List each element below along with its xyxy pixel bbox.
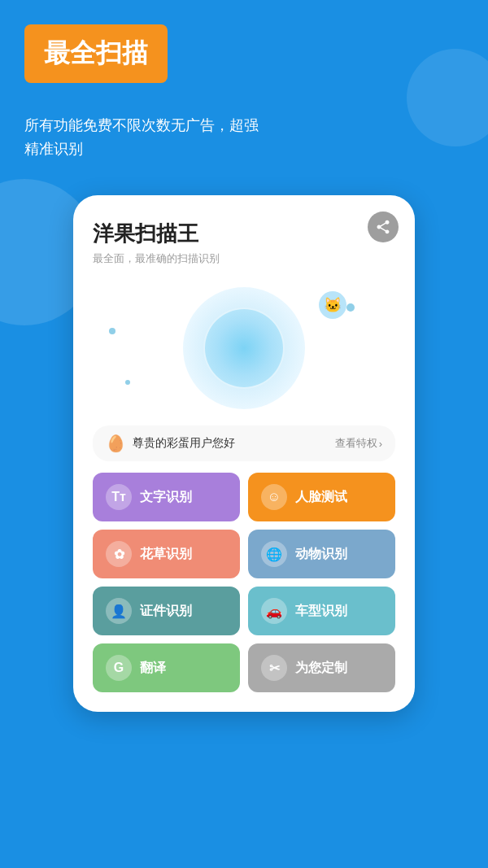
feature-btn-6[interactable]: G翻译 [93,643,240,692]
feature-btn-3[interactable]: 🌐动物识别 [248,530,395,578]
share-button[interactable] [368,212,399,242]
feature-btn-4[interactable]: 👤证件识别 [93,587,240,635]
subtitle-area: 所有功能免费不限次数无广告，超强 精准识别 [24,114,259,161]
app-title: 洋果扫描王 [93,220,395,248]
subtitle-line1: 所有功能免费不限次数无广告，超强 [24,114,259,137]
view-privilege-btn[interactable]: 查看特权 › [335,436,382,451]
subtitle-line2: 精准识别 [24,137,259,161]
welcome-left: 🥚 尊贵的彩蛋用户您好 [106,434,235,453]
cat-icon: 🐱 [319,291,346,319]
feature-icon-5: 🚗 [261,598,287,624]
welcome-text: 尊贵的彩蛋用户您好 [133,436,235,451]
feature-btn-1[interactable]: ☺人脸测试 [248,473,395,521]
egg-icon: 🥚 [106,434,126,453]
radar-inner [203,308,285,389]
feature-btn-2[interactable]: ✿花草识别 [93,530,240,578]
feature-label-3: 动物识别 [295,546,347,563]
feature-icon-7: ✂ [261,655,287,681]
orange-banner: 最全扫描 [24,24,168,83]
feature-icon-0: Tт [106,484,132,510]
feature-icon-3: 🌐 [261,541,287,567]
feature-label-5: 车型识别 [295,603,347,620]
radar-dot-3 [109,328,115,334]
radar-dot-2 [125,380,130,385]
feature-icon-4: 👤 [106,598,132,624]
feature-label-0: 文字识别 [140,489,192,506]
phone-mockup: 洋果扫描王 最全面，最准确的扫描识别 🐱 🥚 尊贵的彩蛋用户您好 查看特权 › … [73,195,415,712]
welcome-bar: 🥚 尊贵的彩蛋用户您好 查看特权 › [93,425,395,461]
feature-btn-7[interactable]: ✂为您定制 [248,643,395,692]
feature-grid: Tт文字识别☺人脸测试✿花草识别🌐动物识别👤证件识别🚗车型识别G翻译✂为您定制 [93,473,395,692]
feature-label-2: 花草识别 [140,546,192,563]
feature-label-1: 人脸测试 [295,489,347,506]
bg-circle-right [407,49,488,146]
scanner-area: 🐱 [93,279,395,417]
feature-label-4: 证件识别 [140,603,192,620]
feature-icon-6: G [106,655,132,681]
privilege-label: 查看特权 [335,436,377,451]
feature-label-6: 翻译 [140,660,166,677]
banner-text: 最全扫描 [44,38,148,68]
feature-icon-1: ☺ [261,484,287,510]
feature-icon-2: ✿ [106,541,132,567]
feature-btn-0[interactable]: Tт文字识别 [93,473,240,521]
app-subtitle: 最全面，最准确的扫描识别 [93,251,395,266]
radar-outer [183,287,305,409]
feature-btn-5[interactable]: 🚗车型识别 [248,587,395,635]
privilege-arrow: › [379,438,382,450]
feature-label-7: 为您定制 [295,660,347,677]
radar-dot-1 [346,303,355,312]
